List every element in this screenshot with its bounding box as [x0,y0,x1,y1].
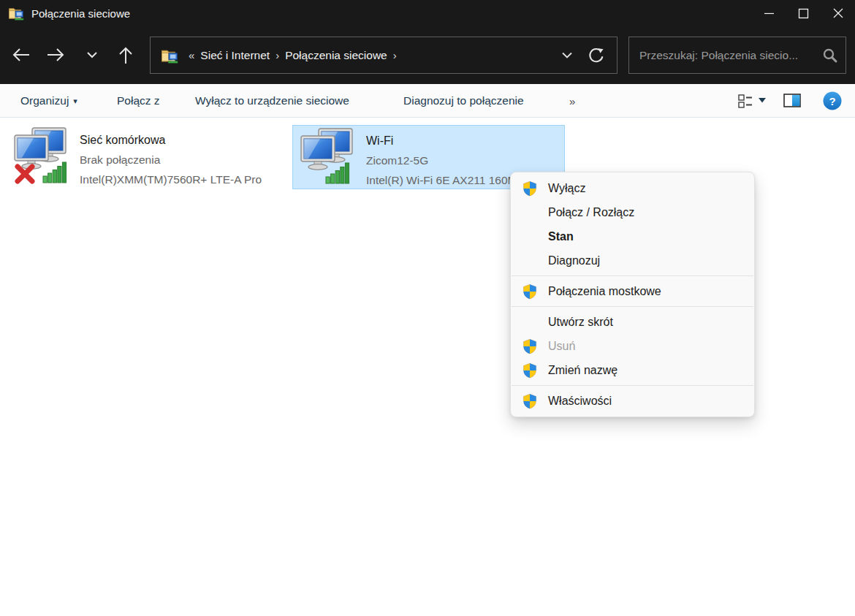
uac-shield-icon [521,284,539,300]
refresh-icon[interactable] [582,39,611,72]
search-input[interactable] [639,49,818,62]
organize-caret-icon: ▾ [73,96,77,105]
close-button[interactable] [821,0,855,26]
address-dropdown-chevron[interactable] [552,39,582,72]
window-title: Połączenia sieciowe [31,7,130,20]
menu-item-bridge-connections[interactable]: Połączenia mostkowe [511,279,754,303]
toolbar-right-icons: ? [738,84,855,117]
uac-shield-icon [521,180,539,197]
breadcrumb-folder-icon [161,47,178,64]
uac-shield-icon [521,393,539,409]
breadcrumb-separator-icon[interactable]: › [276,49,279,61]
recent-locations-chevron[interactable] [76,39,108,71]
disable-device-button[interactable]: Wyłącz to urządzenie sieciowe [195,94,349,107]
menu-item-label: Stan [548,230,574,243]
breadcrumb-overflow-chevron[interactable]: « [189,49,194,61]
search-box[interactable] [628,37,846,74]
help-icon[interactable]: ? [823,91,842,110]
menu-separator [512,275,753,276]
network-connections-window: Połączenia sieciowe [0,0,855,616]
menu-item-label: Utwórz skrót [548,316,613,329]
menu-item-diagnose[interactable]: Diagnozuj [511,248,754,273]
connection-item-cellular[interactable]: Sieć komórkowa Brak połączenia Intel(R)X… [9,125,285,189]
connection-text-block: Sieć komórkowa Brak połączenia Intel(R)X… [80,125,262,189]
up-button[interactable] [110,39,142,71]
menu-item-connect-disconnect[interactable]: Połącz / Rozłącz [511,200,754,224]
view-list-icon [738,94,753,108]
svg-text:?: ? [829,94,835,107]
menu-item-properties[interactable]: Właściwości [511,389,754,413]
breadcrumb-separator-icon[interactable]: › [393,49,397,61]
navigation-bar: « Sieć i Internet › Połączenia sieciowe … [0,26,855,84]
connection-name: Sieć komórkowa [80,130,262,150]
menu-item-label: Usuń [548,340,575,353]
wifi-connected-icon [298,127,360,189]
menu-item-label: Właściwości [548,395,612,408]
menu-item-label: Zmień nazwę [548,364,618,377]
breadcrumb-item-siec-i-internet[interactable]: Sieć i Internet [200,49,270,62]
menu-item-delete: Usuń [511,334,754,358]
uac-shield-icon [521,362,539,379]
menu-item-label: Diagnozuj [548,254,600,267]
preview-pane-icon[interactable] [783,94,801,107]
breadcrumb-item-polaczenia-sieciowe[interactable]: Połączenia sieciowe [285,49,387,62]
menu-item-rename[interactable]: Zmień nazwę [511,358,754,382]
view-caret-icon [759,98,766,103]
minimize-button[interactable] [752,0,786,26]
menu-item-label: Wyłącz [548,182,585,195]
menu-separator [512,385,753,386]
address-bar[interactable]: « Sieć i Internet › Połączenia sieciowe … [150,37,618,74]
organize-label: Organizuj [20,94,69,107]
menu-item-create-shortcut[interactable]: Utwórz skrót [511,310,754,334]
cellular-disconnected-icon [12,126,73,188]
menu-item-label: Połącz / Rozłącz [548,206,634,219]
back-button[interactable] [4,39,37,71]
change-view-button[interactable] [738,94,766,108]
command-toolbar: Organizuj▾ Połącz z Wyłącz to urządzenie… [0,84,855,118]
connection-name: Wi-Fi [366,131,531,151]
menu-item-disable[interactable]: Wyłącz [511,176,754,200]
toolbar-overflow-chevron[interactable]: » [569,94,575,107]
title-bar: Połączenia sieciowe [0,0,855,26]
menu-item-label: Połączenia mostkowe [548,285,661,298]
connection-device: Intel(R)XMM(TM)7560R+ LTE-A Pro [80,170,262,189]
network-folder-icon [8,6,24,20]
context-menu: Wyłącz Połącz / Rozłącz Stan Diagnozuj P… [510,172,755,417]
forward-button[interactable] [40,39,72,71]
window-controls [752,0,855,26]
uac-shield-icon [521,338,539,354]
diagnose-connection-button[interactable]: Diagnozuj to połączenie [403,94,524,107]
connect-to-button[interactable]: Połącz z [117,94,160,107]
connection-status: Brak połączenia [80,150,262,170]
connection-text-block: Wi-Fi Zicom12-5G Intel(R) Wi-Fi 6E AX211… [366,126,531,189]
menu-item-status[interactable]: Stan [511,224,754,248]
connection-device: Intel(R) Wi-Fi 6E AX211 160MHz [366,170,531,190]
maximize-button[interactable] [786,0,821,26]
menu-separator [512,306,753,307]
organize-button[interactable]: Organizuj▾ [20,94,77,107]
connection-status: Zicom12-5G [366,151,531,170]
search-icon[interactable] [822,47,838,64]
